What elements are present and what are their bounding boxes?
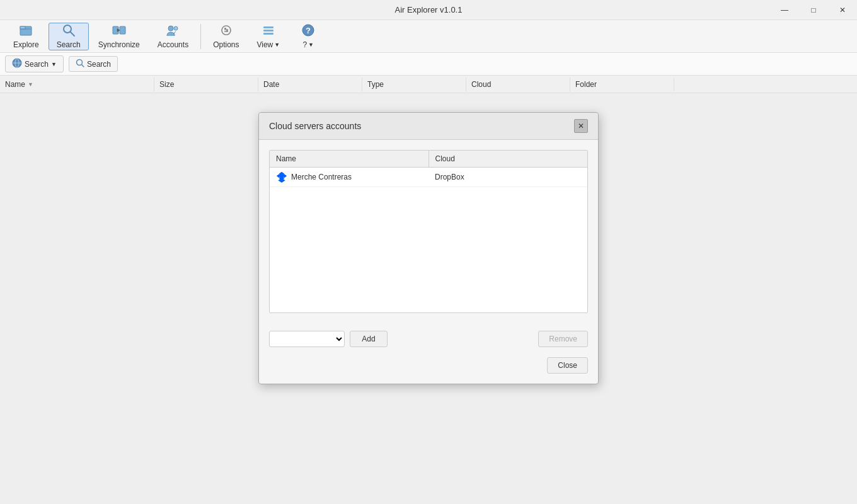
svg-rect-1 xyxy=(20,26,25,29)
svg-point-2 xyxy=(64,25,71,33)
explore-button[interactable]: Explore xyxy=(5,23,47,50)
modal-title: Cloud servers accounts xyxy=(269,121,361,131)
search-dropdown-label: Search xyxy=(25,60,49,69)
col-header-folder: Folder xyxy=(570,77,674,91)
account-cloud-cell: DropBox xyxy=(428,169,587,185)
col-header-name: Name ▼ xyxy=(0,77,154,91)
app-title: Air Explorer v1.0.1 xyxy=(395,5,463,14)
explore-icon xyxy=(19,23,33,39)
help-button[interactable]: ? ? ▼ xyxy=(289,23,327,50)
search-button[interactable]: Search xyxy=(69,56,118,72)
col-header-type: Type xyxy=(362,77,466,91)
accounts-button[interactable]: Accounts xyxy=(149,23,197,50)
modal-header: Cloud servers accounts ✕ xyxy=(259,113,598,140)
search-magnifier-icon xyxy=(76,59,84,69)
search-label: Search xyxy=(57,40,81,49)
explore-label: Explore xyxy=(13,40,39,49)
window-controls: — □ ✕ xyxy=(770,0,857,20)
cloud-accounts-modal: Cloud servers accounts ✕ Name Cloud xyxy=(258,112,599,384)
table-body: Cloud servers accounts ✕ Name Cloud xyxy=(0,93,857,504)
view-label: View ▼ xyxy=(256,40,280,49)
svg-rect-8 xyxy=(224,28,226,29)
toolbar-separator xyxy=(200,24,201,49)
search-button-label: Search xyxy=(87,60,111,69)
modal-overlay: Cloud servers accounts ✕ Name Cloud xyxy=(0,93,857,504)
accounts-col-name: Name xyxy=(270,151,429,167)
synchronize-button[interactable]: Synchronize xyxy=(90,23,148,50)
account-name-cell: Merche Contreras xyxy=(270,168,428,186)
modal-close-button[interactable]: ✕ xyxy=(574,119,588,133)
view-icon xyxy=(262,23,275,39)
svg-rect-12 xyxy=(263,33,273,35)
synchronize-label: Synchronize xyxy=(98,40,140,49)
accounts-table: Name Cloud xyxy=(269,150,588,313)
col-header-cloud: Cloud xyxy=(466,77,570,91)
accounts-icon xyxy=(166,23,180,39)
modal-footer: Add Remove xyxy=(259,331,598,357)
svg-line-3 xyxy=(71,32,74,36)
close-window-button[interactable]: ✕ xyxy=(828,0,857,20)
close-row: Close xyxy=(259,357,598,384)
title-bar: Air Explorer v1.0.1 — □ ✕ xyxy=(0,0,857,20)
main-content: Name ▼ Size Date Type Cloud Folder Cloud… xyxy=(0,76,857,504)
svg-marker-25 xyxy=(284,174,287,178)
svg-text:?: ? xyxy=(306,26,311,35)
search-icon xyxy=(62,23,76,39)
col-header-size: Size xyxy=(154,77,258,91)
svg-rect-5 xyxy=(120,26,125,34)
svg-marker-24 xyxy=(277,174,280,178)
modal-footer-left: Add xyxy=(269,331,533,347)
accounts-table-body: Merche Contreras DropBox xyxy=(270,168,587,312)
close-modal-button[interactable]: Close xyxy=(547,357,588,374)
search-dropdown-arrow: ▼ xyxy=(51,61,57,67)
svg-rect-9 xyxy=(226,30,228,32)
search-dropdown-button[interactable]: Search ▼ xyxy=(5,55,64,72)
modal-body: Name Cloud xyxy=(259,140,598,331)
svg-rect-11 xyxy=(263,30,273,32)
account-name: Merche Contreras xyxy=(291,173,352,181)
help-arrow-icon: ▼ xyxy=(308,42,314,48)
svg-rect-10 xyxy=(263,26,273,28)
table-header: Name ▼ Size Date Type Cloud Folder xyxy=(0,76,857,93)
remove-button[interactable]: Remove xyxy=(538,331,588,347)
help-icon: ? xyxy=(301,23,315,39)
options-label: Options xyxy=(213,40,239,49)
svg-point-6 xyxy=(168,26,173,31)
sort-icon: ▼ xyxy=(28,81,33,88)
minimize-button[interactable]: — xyxy=(770,0,799,20)
options-button[interactable]: Options xyxy=(205,23,247,50)
accounts-col-cloud: Cloud xyxy=(429,151,588,167)
svg-line-19 xyxy=(81,65,84,67)
synchronize-icon xyxy=(112,23,126,39)
accounts-table-header: Name Cloud xyxy=(270,151,587,168)
modal-footer-right: Remove xyxy=(538,331,588,347)
maximize-button[interactable]: □ xyxy=(799,0,828,20)
cloud-type-dropdown[interactable] xyxy=(269,331,345,347)
view-arrow-icon: ▼ xyxy=(274,42,280,48)
col-header-date: Date xyxy=(258,77,362,91)
dropbox-icon xyxy=(276,171,287,183)
view-button[interactable]: View ▼ xyxy=(248,23,288,50)
help-label: ? ▼ xyxy=(302,40,314,49)
accounts-label: Accounts xyxy=(158,40,188,49)
secondary-toolbar: Search ▼ Search xyxy=(0,53,857,76)
account-row[interactable]: Merche Contreras DropBox xyxy=(270,168,587,187)
add-button[interactable]: Add xyxy=(350,331,388,347)
search-globe-icon xyxy=(12,58,22,70)
svg-point-7 xyxy=(174,26,178,30)
main-toolbar: Explore Search Synchronize xyxy=(0,20,857,53)
search-toolbar-button[interactable]: Search xyxy=(49,23,89,50)
options-icon xyxy=(219,23,233,39)
